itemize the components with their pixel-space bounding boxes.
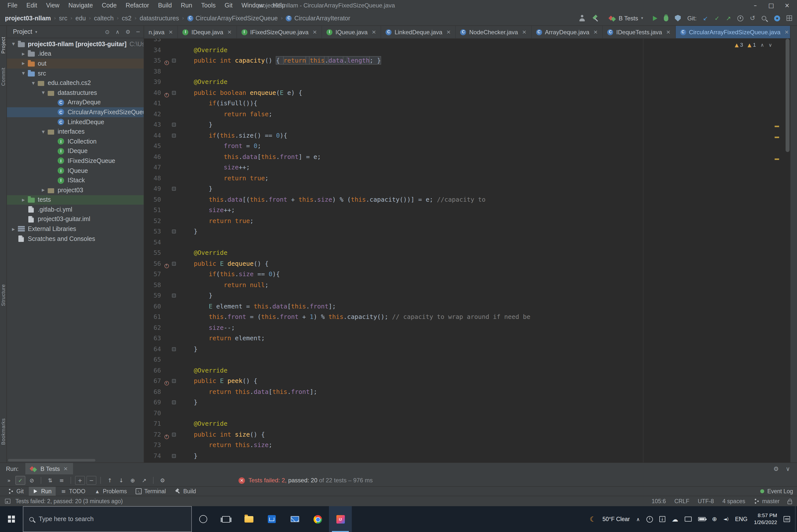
event-log-button[interactable]: Event Log <box>760 488 793 494</box>
override-gutter-icon[interactable] <box>164 93 169 97</box>
tree-item[interactable]: ▶project03 <box>7 185 144 195</box>
warning-stripe-mark[interactable] <box>775 126 779 127</box>
tree-item[interactable]: ▶tests <box>7 195 144 205</box>
download-icon[interactable]: ↓ <box>659 516 665 522</box>
line-separator[interactable]: CRLF <box>674 498 689 504</box>
sort-by-duration-icon[interactable]: ≡ <box>57 476 67 485</box>
fold-marker-icon[interactable] <box>172 293 176 298</box>
history-icon[interactable] <box>737 15 743 21</box>
stripe-commit[interactable]: Commit <box>0 68 7 86</box>
toolwindow-git[interactable]: Git <box>4 487 27 496</box>
build-hammer-icon[interactable] <box>592 15 599 22</box>
fold-marker-icon[interactable] <box>172 123 176 127</box>
override-gutter-icon[interactable] <box>164 264 169 268</box>
tree-toggle-icon[interactable]: ▶ <box>20 61 27 66</box>
typos-badge[interactable]: ▲ 1 <box>747 42 756 48</box>
layout-windows-icon[interactable] <box>786 15 792 21</box>
toolwindow-switcher-icon[interactable] <box>5 499 11 504</box>
minimize-button[interactable]: – <box>747 0 763 11</box>
warning-stripe-mark[interactable] <box>775 137 779 138</box>
weather-icon[interactable]: ☾ <box>590 515 596 523</box>
horizontal-scrollbar[interactable] <box>8 459 95 461</box>
network-icon[interactable]: ⊕ <box>712 516 717 522</box>
fold-marker-icon[interactable] <box>172 262 176 266</box>
close-tab-icon[interactable]: × <box>522 29 527 35</box>
tree-item[interactable]: ▶out <box>7 59 144 68</box>
tree-toggle-icon[interactable]: ▶ <box>20 52 27 56</box>
breadcrumb-item[interactable]: edu <box>76 15 86 22</box>
toolwindow-todo[interactable]: TODO <box>57 487 90 496</box>
tree-toggle-icon[interactable]: ▶ <box>20 198 27 202</box>
toolwindow-terminal[interactable]: Terminal <box>132 487 170 496</box>
tree-item[interactable]: IIQueue <box>7 166 144 175</box>
run-config-selector[interactable]: B Tests ▾ <box>606 14 646 23</box>
tree-item[interactable]: IIFixedSizeQueue <box>7 156 144 166</box>
chevron-down-icon[interactable]: ▾ <box>35 30 37 34</box>
close-button[interactable]: × <box>779 0 795 11</box>
tab-CircularArrayFixedSizeQueue.java[interactable]: CCircularArrayFixedSizeQueue.java× <box>676 26 790 38</box>
tree-toggle-icon[interactable]: ▼ <box>40 91 47 95</box>
sort-alphabetically-icon[interactable]: ⇅ <box>45 476 55 485</box>
override-gutter-icon[interactable] <box>164 61 169 65</box>
git-branch-widget[interactable]: master <box>754 498 780 504</box>
show-ignored-icon[interactable]: ⊘ <box>27 476 37 485</box>
display-icon[interactable] <box>685 517 692 521</box>
search-input[interactable] <box>39 516 185 522</box>
git-push-button[interactable]: ↗ <box>726 15 731 22</box>
menu-code[interactable]: Code <box>97 2 121 9</box>
breadcrumb-item[interactable]: datastructures <box>140 15 179 22</box>
tree-item[interactable]: CLinkedDeque <box>7 117 144 127</box>
toolwindow-run[interactable]: Run <box>29 487 55 496</box>
stripe-structure[interactable]: Structure <box>0 284 7 306</box>
tree-item[interactable]: .gitlab-ci.yml <box>7 205 144 214</box>
volume-icon[interactable]: ◄) <box>723 517 729 521</box>
fold-marker-icon[interactable] <box>172 59 176 62</box>
tab-IQueue.java[interactable]: IIQueue.java× <box>322 26 381 38</box>
clock-widget[interactable]: 8:57 PM 1/26/2022 <box>754 512 777 526</box>
store-button[interactable] <box>260 506 283 532</box>
tree-item[interactable]: CArrayDeque <box>7 98 144 107</box>
file-encoding[interactable]: UTF-8 <box>698 498 714 504</box>
toolwindow-build[interactable]: Build <box>171 487 200 496</box>
tree-toggle-icon[interactable]: ▼ <box>20 71 27 76</box>
menu-view[interactable]: View <box>41 2 64 9</box>
breadcrumb-item[interactable]: CCircularArrayIterator <box>286 15 350 22</box>
tab-IDeque.java[interactable]: IIDeque.java× <box>178 26 237 38</box>
test-settings-icon[interactable]: ⚙ <box>157 476 168 485</box>
undo-icon[interactable]: ↺ <box>750 14 755 22</box>
code-editor[interactable]: 3334@Override35public int capacity() { r… <box>144 39 790 462</box>
collapse-all-icon[interactable]: − <box>87 476 96 485</box>
start-button[interactable] <box>0 506 23 532</box>
cortana-button[interactable] <box>192 506 215 532</box>
tree-item[interactable]: ▼edu.caltech.cs2 <box>7 78 144 88</box>
show-desktop-button[interactable] <box>795 506 797 532</box>
status-message[interactable]: Tests failed: 2, passed: 20 (3 minutes a… <box>15 498 123 504</box>
stripe-bookmarks[interactable]: Bookmarks <box>0 418 7 445</box>
close-tab-icon[interactable]: × <box>312 29 317 35</box>
prev-problem-icon[interactable]: ∧ <box>760 42 764 48</box>
tree-item[interactable]: IIStack <box>7 176 144 185</box>
maximize-button[interactable]: □ <box>763 0 779 11</box>
tree-item[interactable]: ▼src <box>7 69 144 78</box>
tray-expand-icon[interactable]: ∧ <box>636 516 640 522</box>
fold-marker-icon[interactable] <box>172 347 176 351</box>
tree-item[interactable]: CCircularArrayFixedSizeQueue <box>7 107 144 117</box>
task-view-button[interactable] <box>215 506 238 532</box>
fold-marker-icon[interactable] <box>172 379 176 383</box>
next-failed-test-icon[interactable]: ↓ <box>116 476 126 485</box>
battery-icon[interactable] <box>698 517 706 521</box>
collapse-all-icon[interactable]: ∧ <box>115 28 119 35</box>
tree-toggle-icon[interactable]: ▼ <box>40 129 47 134</box>
tab-LinkedDeque.java[interactable]: CLinkedDeque.java× <box>381 26 456 38</box>
hide-run-panel-icon[interactable]: ∨ <box>785 465 790 472</box>
run-button[interactable] <box>653 16 657 21</box>
debug-button[interactable] <box>664 15 668 21</box>
indent-style[interactable]: 4 spaces <box>722 498 745 504</box>
menu-edit[interactable]: Edit <box>22 2 41 9</box>
weather-label[interactable]: 50°F Clear <box>603 516 630 522</box>
tree-item[interactable]: ▶.idea <box>7 49 144 59</box>
tree-item[interactable]: ▼project03-nllam [project03-guitar]C:\Us… <box>7 39 144 49</box>
tree-item[interactable]: project03-guitar.iml <box>7 214 144 224</box>
run-tab[interactable]: B Tests × <box>25 463 73 474</box>
expand-all-icon[interactable]: + <box>75 476 85 485</box>
